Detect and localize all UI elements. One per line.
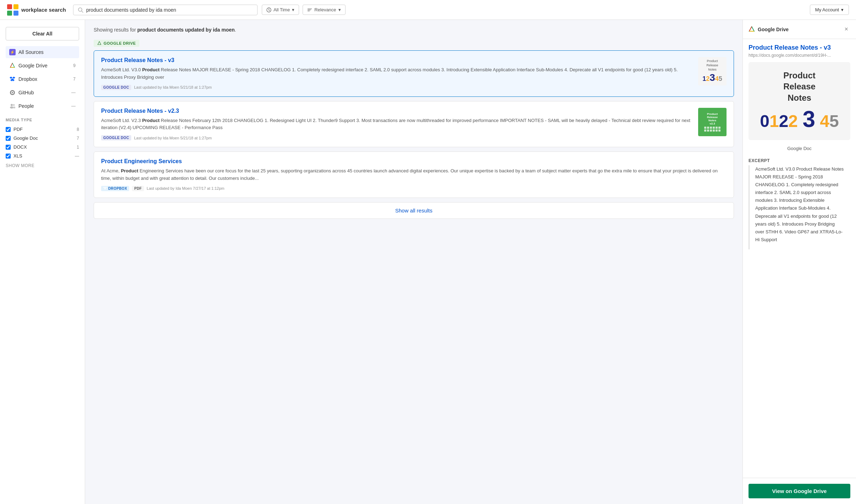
time-filter-button[interactable]: All Time ▾ [262,5,299,15]
docx-checkbox[interactable] [6,145,11,150]
media-type-pdf[interactable]: PDF 8 [6,125,79,134]
result-excerpt-1: AcmeSoft Ltd. V3.0 Product Release Notes… [101,66,692,81]
my-account-label: My Account [815,7,839,12]
panel-excerpt-label: Excerpt [743,155,856,165]
media-type-section-label: MEDIA TYPE [6,118,79,122]
panel-gdrive-icon [749,26,755,33]
sidebar-item-google-drive[interactable]: Google Drive 9 [6,60,79,72]
result-body-2: Product Release Notes - v2.3 AcmeSoft Lt… [101,108,692,141]
google-drive-count: 9 [73,63,76,68]
docx-label: DOCX [13,144,27,150]
googledoc-label: Google Doc [13,135,38,141]
svg-marker-29 [105,187,107,188]
checkbox-left: XLS [6,153,22,159]
checkbox-left: DOCX [6,144,27,150]
search-results-content: Showing results for product documents up… [85,20,742,504]
source-left: GitHub [9,89,34,96]
google-drive-label: Google Drive [18,63,48,68]
result-thumbnail-2: ProductReleaseNotesv2.3 [698,108,727,136]
github-icon [9,89,16,96]
result-updated-3: Last updated by Ida Moen 7/27/17 at 1:12… [147,186,225,190]
results-summary: Showing results for product documents up… [94,27,734,33]
people-label: People [18,103,34,109]
result-thumbnail-1: ProductReleaseNotes 12345 [698,57,727,85]
people-count: — [71,104,76,109]
my-account-button[interactable]: My Account ▾ [810,5,849,15]
result-updated-1: Last updated by Ida Moen 5/21/18 at 1:27… [134,85,212,89]
clock-icon [266,7,271,12]
elastic-logo-icon [7,4,18,16]
main-layout: Clear All ⚡ All Sources Google Drive 9 [0,20,856,504]
relevance-filter-button[interactable]: Relevance ▾ [303,5,345,15]
relevance-filter-label: Relevance [314,7,336,12]
svg-line-5 [82,11,83,12]
panel-cta: View on Google Drive [743,478,856,504]
github-label: GitHub [18,90,34,95]
search-bar[interactable] [73,5,258,15]
search-input[interactable] [86,7,253,13]
source-left: Google Drive [9,62,48,69]
svg-marker-31 [749,27,754,31]
panel-excerpt: AcmeSoft Ltd. V3.0 Product Release Notes… [749,165,850,249]
github-count: — [71,90,76,95]
svg-marker-12 [10,63,15,67]
svg-marker-16 [12,77,15,79]
google-drive-icon [9,62,16,69]
dropbox-count: 7 [73,77,76,82]
sidebar-item-dropbox[interactable]: Dropbox 7 [6,73,79,85]
google-doc-badge: GOOGLE DOC [101,85,131,90]
source-left: Dropbox [9,76,37,82]
panel-close-button[interactable]: × [842,25,850,34]
google-drive-section: GOOGLE DRIVE Product Release Notes - v3 … [94,40,734,219]
dropbox-label: Dropbox [18,76,37,82]
result-card-1[interactable]: Product Release Notes - v3 AcmeSoft Ltd.… [94,50,734,97]
checkbox-left: Google Doc [6,135,38,141]
time-filter-chevron: ▾ [292,7,294,12]
show-all-results-button[interactable]: Show all results [94,202,734,219]
app-header: workplace search All Time ▾ Relevance [0,0,856,20]
search-filters: All Time ▾ Relevance ▾ [262,5,346,15]
result-card-2[interactable]: Product Release Notes - v2.3 AcmeSoft Lt… [94,101,734,148]
svg-rect-0 [7,4,12,9]
panel-source-label: Google Drive [758,27,789,32]
clear-all-button[interactable]: Clear All [6,27,79,40]
bolt-icon: ⚡ [9,49,16,55]
result-body-1: Product Release Notes - v3 AcmeSoft Ltd.… [101,57,692,90]
pdf-checkbox[interactable] [6,127,11,132]
source-left: People [9,103,34,109]
xls-checkbox[interactable] [6,154,11,159]
sidebar-item-github[interactable]: GitHub — [6,87,79,99]
panel-header: Google Drive × [743,20,856,39]
pdf-count: 8 [77,127,79,132]
svg-point-23 [11,104,13,106]
result-card-3[interactable]: Product Engineering Services At Acme, Pr… [94,151,734,198]
svg-point-25 [13,104,15,106]
result-title-3: Product Engineering Services [101,158,727,165]
panel-doc-type: Google Doc [743,144,856,155]
xls-count: — [75,154,79,159]
media-type-docx[interactable]: DOCX 1 [6,143,79,151]
time-filter-label: All Time [274,7,290,12]
media-type-googledoc[interactable]: Google Doc 7 [6,134,79,143]
detail-panel: Google Drive × Product Release Notes - v… [742,20,856,504]
result-excerpt-3: At Acme, Product Engineering Services ha… [101,167,727,182]
sidebar-item-all-sources[interactable]: ⚡ All Sources [6,46,79,58]
dropbox-icon [9,76,16,82]
sidebar: Clear All ⚡ All Sources Google Drive 9 [0,20,85,504]
svg-line-8 [269,10,270,11]
sidebar-item-people[interactable]: People — [6,100,79,112]
googledoc-checkbox[interactable] [6,136,11,141]
result-meta-3: DROPBOX PDF Last updated by Ida Moen 7/2… [101,186,727,191]
result-title-1: Product Release Notes - v3 [101,57,692,63]
show-more-button[interactable]: SHOW MORE [6,163,79,168]
pdf-badge: PDF [132,186,144,191]
panel-title: Product Release Notes - v3 [743,39,856,53]
dropbox-meta-icon [103,187,107,190]
view-on-google-drive-button[interactable]: View on Google Drive [749,484,850,498]
result-excerpt-2: AcmeSoft Ltd. V2.3 Product Release Notes… [101,117,692,132]
media-type-xls[interactable]: XLS — [6,151,79,160]
svg-marker-27 [98,41,101,45]
result-updated-2: Last updated by Ida Moen 5/21/18 at 1:27… [134,136,212,140]
header-right: My Account ▾ [810,5,849,15]
result-meta-2: GOOGLE DOC Last updated by Ida Moen 5/21… [101,135,692,140]
